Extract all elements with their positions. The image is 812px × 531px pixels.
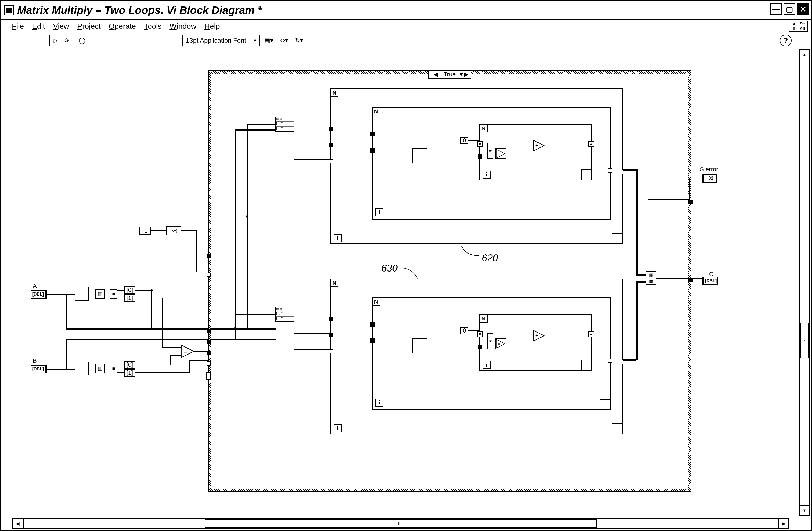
- run-button[interactable]: ▷: [50, 35, 61, 46]
- run-continuous-button[interactable]: ⟳: [61, 35, 73, 46]
- case-next-icon[interactable]: ▼▶: [456, 71, 470, 78]
- to-cluster-node-a[interactable]: ▥: [95, 289, 105, 299]
- zero-constant-bottom[interactable]: 0: [460, 327, 468, 334]
- constant-neg1[interactable]: -1: [139, 227, 151, 235]
- annotation-620: 620: [482, 253, 498, 264]
- tunnel: [206, 340, 211, 344]
- vi-icon-pane[interactable]: A Two B AB: [789, 21, 808, 32]
- wire: [194, 351, 209, 351]
- wire: [294, 317, 331, 317]
- app-window: Matrix Multiply – Two Loops. Vi Block Di…: [0, 0, 812, 531]
- wire: [235, 129, 236, 339]
- iconpane-ab: AB: [798, 26, 807, 31]
- tunnel: [371, 339, 375, 343]
- font-select-label: 13pt Application Font: [186, 37, 246, 44]
- scroll-thumb-h[interactable]: ||||: [205, 519, 597, 528]
- wire-junction: [246, 215, 248, 218]
- array-size-node-a[interactable]: [75, 287, 89, 301]
- index-array-node-bottom[interactable]: [412, 339, 427, 354]
- wire: [196, 230, 197, 272]
- loop-n-terminal: [372, 107, 380, 115]
- selector-terminal: [206, 372, 211, 379]
- error-code-node[interactable]: (•◊•): [166, 226, 181, 235]
- scroll-right-button[interactable]: ▶: [778, 519, 789, 528]
- to-cluster-node-b[interactable]: ▥: [95, 364, 105, 373]
- index-0-b[interactable]: [0]: [124, 361, 135, 369]
- build-array-node[interactable]: ▦▦: [646, 271, 656, 285]
- shift-register-right: ▲: [588, 141, 594, 147]
- wire: [545, 146, 589, 146]
- svg-marker-0: [181, 345, 194, 358]
- split-node-bottom[interactable]: ▦ ▦|| .. ?|| .. ?: [275, 307, 294, 322]
- tunnel: [329, 317, 333, 321]
- index-1-b[interactable]: [1]: [124, 369, 135, 376]
- array-size-node-b[interactable]: [75, 361, 89, 375]
- wire: [623, 169, 636, 171]
- terminal-b[interactable]: [DBL]: [31, 365, 47, 373]
- reorder-group: ↻▾: [293, 35, 305, 46]
- menu-project[interactable]: Project: [77, 22, 101, 31]
- vertical-scrollbar[interactable]: ▲ ≡ ▼: [799, 49, 810, 516]
- annotation-line-620: [460, 245, 482, 258]
- menu-edit[interactable]: Edit: [32, 22, 45, 31]
- shift-register-right: ▲: [588, 331, 594, 337]
- maximize-button[interactable]: ▢: [784, 3, 795, 15]
- zero-constant-top[interactable]: 0: [460, 137, 468, 144]
- window-title: Matrix Multiply – Two Loops. Vi Block Di…: [17, 4, 262, 16]
- minimize-button[interactable]: —: [770, 3, 782, 15]
- unbundle-node-a[interactable]: ■: [110, 289, 117, 299]
- close-button[interactable]: ✕: [797, 3, 809, 15]
- terminal-gerror[interactable]: I32: [702, 174, 717, 183]
- scroll-up-button[interactable]: ▲: [800, 49, 809, 60]
- scroll-down-button[interactable]: ▼: [800, 505, 809, 516]
- wire: [545, 336, 589, 336]
- index-array-node-top[interactable]: [412, 148, 427, 163]
- scroll-left-button[interactable]: ◀: [12, 519, 23, 528]
- menu-help[interactable]: Help: [204, 22, 220, 31]
- block-diagram-canvas[interactable]: ◀ True ▼▶: [4, 49, 800, 516]
- menu-view[interactable]: View: [53, 22, 69, 31]
- compound-node-bottom[interactable]: ★: [487, 333, 493, 349]
- case-selector[interactable]: ◀ True ▼▶: [428, 70, 471, 79]
- equal-node[interactable]: =: [180, 344, 194, 358]
- index-0-a[interactable]: [0]: [124, 286, 135, 294]
- menu-tools[interactable]: Tools: [144, 22, 161, 31]
- align-button[interactable]: ▦▾: [263, 35, 275, 46]
- scroll-track-v[interactable]: ≡: [800, 60, 809, 505]
- terminal-c[interactable]: [DBL]: [702, 277, 718, 285]
- wire: [117, 365, 124, 365]
- menu-window[interactable]: Window: [170, 22, 197, 31]
- distribute-button[interactable]: ⇔▾: [278, 35, 290, 46]
- add-node-bottom[interactable]: +: [533, 330, 545, 342]
- font-select[interactable]: 13pt Application Font ▾: [182, 35, 260, 46]
- wire: [636, 169, 638, 274]
- svg-text:×: ×: [498, 342, 500, 346]
- menu-operate[interactable]: Operate: [109, 22, 136, 31]
- wire: [235, 314, 275, 315]
- add-node-top[interactable]: +: [533, 140, 545, 152]
- horizontal-scrollbar[interactable]: ◀ |||| ▶: [12, 518, 789, 529]
- multiply-node-top[interactable]: ×: [495, 148, 506, 159]
- window-controls: — ▢ ✕: [770, 3, 809, 15]
- wire: [247, 124, 248, 329]
- multiply-node-bottom[interactable]: ×: [495, 339, 506, 349]
- compound-node-top[interactable]: ★: [487, 143, 493, 159]
- case-prev-icon[interactable]: ◀: [429, 71, 443, 78]
- split-node-top[interactable]: ▦ ▦|| .. ?|| .. ?: [275, 117, 294, 132]
- scroll-track-h[interactable]: ||||: [23, 519, 778, 528]
- unbundle-node-b[interactable]: ■: [110, 364, 117, 373]
- terminal-a[interactable]: [DBL]: [31, 290, 47, 299]
- highlight-exec-button[interactable]: ◯: [76, 35, 88, 46]
- loop-i-terminal: [334, 234, 342, 242]
- help-button[interactable]: ?: [780, 35, 792, 46]
- reorder-button[interactable]: ↻▾: [293, 35, 305, 46]
- loop-i-terminal: [483, 171, 491, 178]
- index-1-a[interactable]: [1]: [124, 295, 135, 302]
- chevron-down-icon: ▾: [254, 38, 256, 44]
- scroll-thumb-v[interactable]: ≡: [800, 323, 809, 359]
- shift-register-left: ▼: [477, 141, 483, 147]
- menu-file[interactable]: File: [12, 22, 24, 31]
- wire: [294, 333, 331, 334]
- wire: [211, 328, 276, 330]
- tunnel: [206, 329, 211, 333]
